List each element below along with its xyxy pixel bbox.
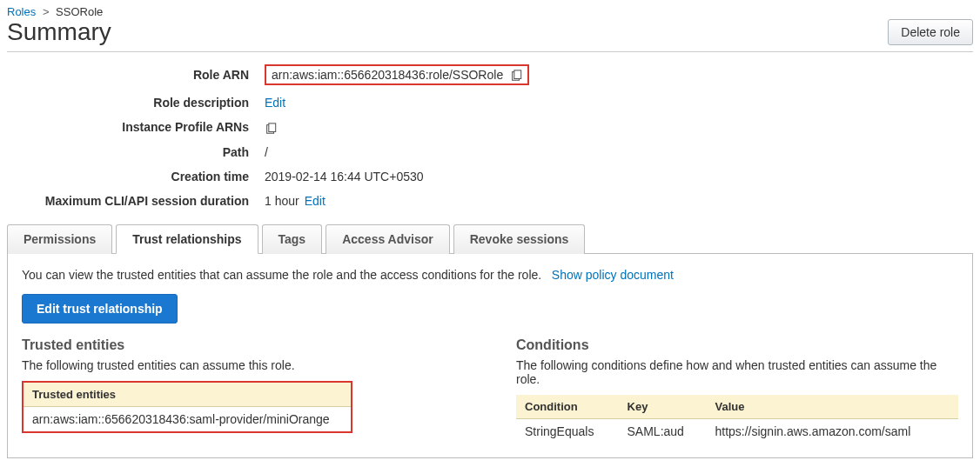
svg-rect-1 [514,70,521,79]
conditions-table: Condition Key Value StringEquals SAML:au… [516,395,958,444]
breadcrumb: Roles > SSORole [7,3,973,18]
role-details: Role ARN arn:aws:iam::656620318436:role/… [7,64,973,208]
path-label: Path [7,145,265,159]
svg-rect-3 [269,123,276,131]
trust-tab-content: You can view the trusted entities that c… [7,254,973,458]
cond-row: StringEquals SAML:aud https://signin.aws… [516,418,958,444]
show-policy-link[interactable]: Show policy document [552,268,674,282]
tab-access-advisor[interactable]: Access Advisor [326,224,450,254]
cond-cell-condition: StringEquals [516,418,619,444]
cond-cell-key: SAML:aud [619,418,707,444]
trusted-entities-value: arn:aws:iam::656620318436:saml-provider/… [23,407,351,431]
tab-revoke-sessions[interactable]: Revoke sessions [453,224,586,254]
cond-col-value: Value [706,395,958,419]
breadcrumb-sep: > [39,5,53,18]
tab-tags[interactable]: Tags [262,224,323,254]
trusted-entities-col-header: Trusted entities [23,383,351,407]
role-desc-label: Role description [7,96,265,110]
tab-trust-relationships[interactable]: Trust relationships [116,224,258,254]
path-value: / [265,145,268,159]
role-arn-highlight: arn:aws:iam::656620318436:role/SSORole [265,64,529,85]
trusted-entities-section: Trusted entities The following trusted e… [22,337,464,444]
trusted-entities-sub: The following trusted entities can assum… [22,358,464,372]
copy-icon[interactable] [510,68,522,82]
role-arn-label: Role ARN [7,68,265,82]
trust-desc-text: You can view the trusted entities that c… [22,268,541,282]
role-arn-value: arn:aws:iam::656620318436:role/SSORole [272,68,503,82]
breadcrumb-current: SSORole [56,5,103,18]
trusted-entities-heading: Trusted entities [22,337,464,353]
max-session-edit-link[interactable]: Edit [305,194,326,208]
creation-label: Creation time [7,170,265,183]
cond-col-key: Key [619,395,707,419]
cond-cell-value: https://signin.aws.amazon.com/saml [706,418,958,444]
trusted-entities-highlight: Trusted entities arn:aws:iam::6566203184… [22,381,352,433]
instance-profile-label: Instance Profile ARNs [7,120,265,134]
delete-role-button[interactable]: Delete role [888,19,973,45]
max-session-value: 1 hour [265,194,299,208]
header: Summary Delete role [7,18,973,52]
copy-icon[interactable] [265,120,277,134]
edit-trust-button[interactable]: Edit trust relationship [22,294,178,324]
conditions-heading: Conditions [516,337,958,353]
conditions-sub: The following conditions define how and … [516,358,958,386]
cond-col-condition: Condition [516,395,619,419]
tabs: Permissions Trust relationships Tags Acc… [7,223,973,254]
role-desc-edit-link[interactable]: Edit [265,96,285,110]
max-session-label: Maximum CLI/API session duration [7,194,265,208]
conditions-section: Conditions The following conditions defi… [516,337,958,444]
breadcrumb-roles-link[interactable]: Roles [7,5,36,18]
creation-value: 2019-02-14 16:44 UTC+0530 [265,170,424,183]
page-title: Summary [7,18,111,46]
tab-permissions[interactable]: Permissions [7,224,112,254]
trust-desc-row: You can view the trusted entities that c… [22,268,958,282]
